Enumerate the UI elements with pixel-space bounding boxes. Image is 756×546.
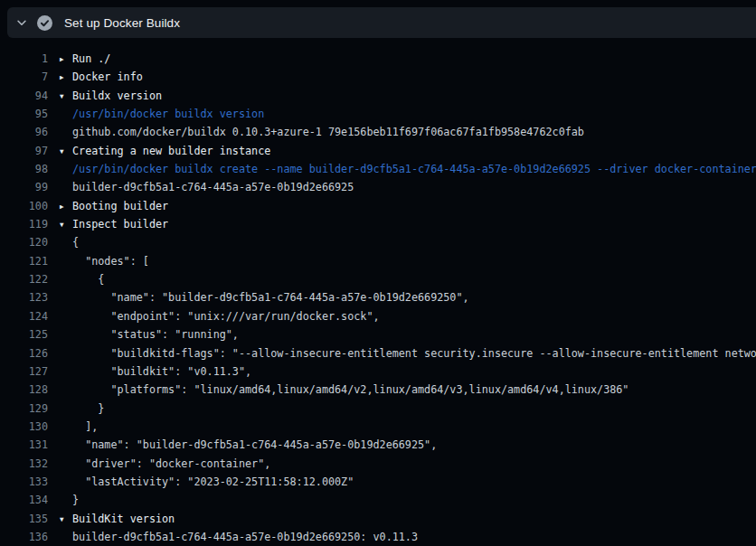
log-row: 136builder-d9cfb5a1-c764-445a-a57e-0b19d… bbox=[0, 528, 756, 546]
line-number[interactable]: 1 bbox=[0, 50, 48, 68]
log-group-row[interactable]: 100▶Booting builder bbox=[0, 197, 756, 215]
line-number[interactable]: 135 bbox=[0, 510, 48, 528]
line-number[interactable]: 98 bbox=[0, 160, 48, 178]
group-content: ▶Docker info bbox=[48, 68, 143, 86]
group-content: ▼Creating a new builder instance bbox=[48, 142, 270, 160]
output-text: "status": "running", bbox=[48, 325, 239, 344]
group-content: ▶Run ./ bbox=[48, 50, 110, 68]
step-header[interactable]: Set up Docker Buildx bbox=[7, 7, 756, 38]
log-row: 129 } bbox=[0, 400, 756, 418]
output-text: "driver": "docker-container", bbox=[48, 455, 270, 473]
line-number[interactable]: 97 bbox=[0, 142, 48, 160]
line-number[interactable]: 95 bbox=[0, 105, 48, 123]
line-number[interactable]: 120 bbox=[0, 233, 48, 251]
output-text: "endpoint": "unix:///var/run/docker.sock… bbox=[48, 307, 380, 325]
log-row: 130 ], bbox=[0, 418, 756, 436]
log-row: 122 { bbox=[0, 270, 756, 288]
chevron-down-icon[interactable] bbox=[15, 16, 28, 29]
log-row: 121 "nodes": [ bbox=[0, 252, 756, 270]
line-number[interactable]: 100 bbox=[0, 197, 48, 215]
log-group-row[interactable]: 7▶Docker info bbox=[0, 68, 756, 86]
log-lines: 1▶Run ./7▶Docker info94▼Buildx version95… bbox=[0, 38, 756, 546]
line-number[interactable]: 96 bbox=[0, 123, 48, 141]
log-row: 132 "driver": "docker-container", bbox=[0, 455, 756, 473]
triangle-expanded-icon: ▼ bbox=[60, 143, 72, 160]
log-row: 125 "status": "running", bbox=[0, 325, 756, 344]
log-row: 99builder-d9cfb5a1-c764-445a-a57e-0b19d2… bbox=[0, 178, 756, 196]
triangle-expanded-icon: ▼ bbox=[60, 88, 72, 105]
output-text: github.com/docker/buildx 0.10.3+azure-1 … bbox=[48, 123, 584, 141]
triangle-collapsed-icon: ▶ bbox=[60, 198, 72, 215]
output-text: "lastActivity": "2023-02-25T11:58:12.000… bbox=[48, 473, 354, 491]
line-number[interactable]: 124 bbox=[0, 307, 48, 325]
group-content: ▼BuildKit version bbox=[48, 510, 175, 528]
output-text: } bbox=[48, 400, 104, 418]
line-number[interactable]: 131 bbox=[0, 436, 48, 454]
log-group-row[interactable]: 135▼BuildKit version bbox=[0, 510, 756, 528]
log-row: 98/usr/bin/docker buildx create --name b… bbox=[0, 160, 756, 178]
output-text: "buildkit": "v0.11.3", bbox=[48, 362, 251, 381]
output-text: "name": "builder-d9cfb5a1-c764-445a-a57e… bbox=[48, 436, 437, 454]
group-content: ▼Buildx version bbox=[48, 87, 162, 105]
line-number[interactable]: 129 bbox=[0, 400, 48, 418]
log-row: 127 "buildkit": "v0.11.3", bbox=[0, 362, 756, 381]
output-text: ], bbox=[48, 418, 98, 436]
output-text: "buildkitd-flags": "--allow-insecure-ent… bbox=[48, 344, 756, 362]
line-number[interactable]: 119 bbox=[0, 215, 48, 233]
line-number[interactable]: 127 bbox=[0, 362, 48, 381]
log-row: 96github.com/docker/buildx 0.10.3+azure-… bbox=[0, 123, 756, 141]
log-row: 120{ bbox=[0, 233, 756, 251]
log-row: 123 "name": "builder-d9cfb5a1-c764-445a-… bbox=[0, 288, 756, 306]
group-content: ▶Booting builder bbox=[48, 197, 168, 215]
line-number[interactable]: 126 bbox=[0, 344, 48, 362]
log-row: 131 "name": "builder-d9cfb5a1-c764-445a-… bbox=[0, 436, 756, 454]
output-text: builder-d9cfb5a1-c764-445a-a57e-0b19d2e6… bbox=[48, 178, 354, 196]
line-number[interactable]: 99 bbox=[0, 178, 48, 196]
line-number[interactable]: 132 bbox=[0, 455, 48, 473]
line-number[interactable]: 122 bbox=[0, 270, 48, 288]
output-text: builder-d9cfb5a1-c764-445a-a57e-0b19d2e6… bbox=[48, 528, 418, 546]
output-text: "name": "builder-d9cfb5a1-c764-445a-a57e… bbox=[48, 288, 469, 306]
line-number[interactable]: 7 bbox=[0, 68, 48, 86]
log-row: 126 "buildkitd-flags": "--allow-insecure… bbox=[0, 344, 756, 362]
group-title: Run ./ bbox=[72, 52, 110, 65]
check-circle-icon bbox=[37, 15, 52, 31]
output-text: } bbox=[48, 491, 79, 509]
line-number[interactable]: 125 bbox=[0, 325, 48, 344]
group-title: Buildx version bbox=[72, 89, 162, 102]
triangle-collapsed-icon: ▶ bbox=[60, 51, 72, 68]
command-text: /usr/bin/docker buildx create --name bui… bbox=[48, 160, 756, 178]
line-number[interactable]: 136 bbox=[0, 528, 48, 546]
log-row: 128 "platforms": "linux/amd64,linux/amd6… bbox=[0, 381, 756, 399]
line-number[interactable]: 94 bbox=[0, 87, 48, 105]
line-number[interactable]: 134 bbox=[0, 491, 48, 509]
line-number[interactable]: 128 bbox=[0, 381, 48, 399]
output-text: "platforms": "linux/amd64,linux/amd64/v2… bbox=[48, 381, 628, 399]
group-title: Docker info bbox=[72, 71, 143, 83]
group-title: Inspect builder bbox=[72, 218, 168, 231]
step-title: Set up Docker Buildx bbox=[64, 16, 180, 30]
triangle-collapsed-icon: ▶ bbox=[60, 69, 72, 86]
group-title: Booting builder bbox=[72, 200, 168, 212]
group-title: BuildKit version bbox=[72, 513, 175, 525]
triangle-expanded-icon: ▼ bbox=[60, 216, 72, 233]
line-number[interactable]: 133 bbox=[0, 473, 48, 491]
log-group-row[interactable]: 119▼Inspect builder bbox=[0, 215, 756, 233]
group-content: ▼Inspect builder bbox=[48, 215, 168, 233]
line-number[interactable]: 123 bbox=[0, 288, 48, 306]
log-row: 133 "lastActivity": "2023-02-25T11:58:12… bbox=[0, 473, 756, 491]
line-number[interactable]: 130 bbox=[0, 418, 48, 436]
log-row: 124 "endpoint": "unix:///var/run/docker.… bbox=[0, 307, 756, 325]
command-text: /usr/bin/docker buildx version bbox=[48, 105, 264, 123]
output-text: "nodes": [ bbox=[48, 252, 149, 270]
output-text: { bbox=[48, 270, 104, 288]
group-title: Creating a new builder instance bbox=[72, 145, 270, 157]
log-row: 134} bbox=[0, 491, 756, 509]
log-group-row[interactable]: 1▶Run ./ bbox=[0, 50, 756, 68]
output-text: { bbox=[48, 233, 79, 251]
log-group-row[interactable]: 97▼Creating a new builder instance bbox=[0, 142, 756, 160]
triangle-expanded-icon: ▼ bbox=[60, 511, 72, 528]
log-row: 95/usr/bin/docker buildx version bbox=[0, 105, 756, 123]
line-number[interactable]: 121 bbox=[0, 252, 48, 270]
log-group-row[interactable]: 94▼Buildx version bbox=[0, 87, 756, 105]
